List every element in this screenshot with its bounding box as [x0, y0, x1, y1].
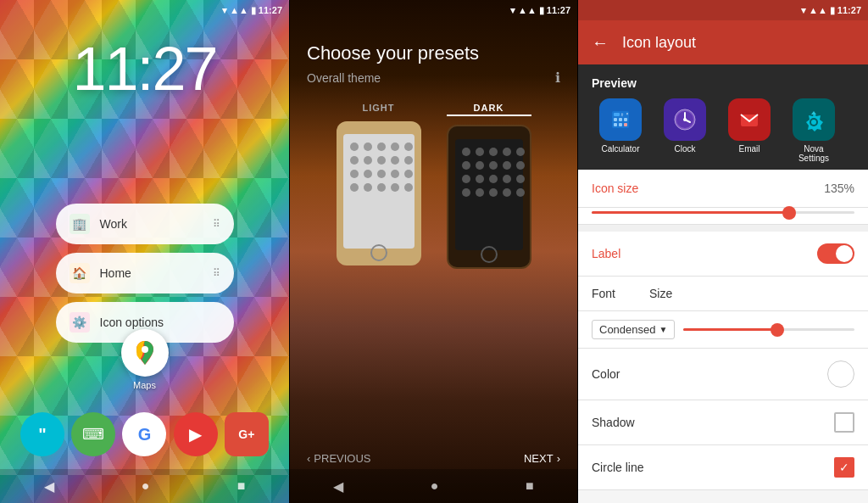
preview-label: Preview: [592, 76, 854, 90]
dot: [476, 161, 484, 170]
font-size-slider[interactable]: [683, 328, 854, 331]
p2-back-button[interactable]: ◀: [333, 478, 343, 495]
p2-status-icons: ▾ ▲▲ ▮ 11:27: [510, 5, 570, 16]
menu-item-work[interactable]: 🏢 Work ⠿: [56, 204, 234, 244]
light-theme-option[interactable]: LIGHT: [337, 103, 421, 269]
dot: [489, 188, 498, 197]
youtube-icon[interactable]: ▶: [174, 412, 218, 456]
p1-status-icons: ▾ ▲▲ ▮ 11:27: [222, 5, 282, 16]
home-button[interactable]: ●: [142, 478, 150, 494]
p2-home-button[interactable]: ●: [431, 478, 439, 494]
circle-line-checkbox[interactable]: ✓: [834, 457, 854, 478]
work-icon: 🏢: [70, 214, 90, 234]
font-size-row: Font Size: [578, 277, 868, 311]
home-icon: 🏠: [70, 263, 90, 283]
google-icon[interactable]: G: [122, 412, 166, 456]
next-button[interactable]: NEXT ›: [524, 452, 560, 465]
light-home-button: [370, 244, 387, 261]
svg-rect-9: [624, 123, 627, 126]
p3-status-bar: ▾ ▲▲ ▮ 11:27: [578, 0, 868, 20]
email-icon-bg: [728, 98, 771, 141]
presets-title: Choose your presets: [307, 42, 560, 64]
clock-svg: [671, 106, 698, 133]
dot: [377, 170, 386, 178]
font-size-thumb: [771, 323, 784, 337]
prev-chevron-icon: ‹: [307, 452, 310, 465]
svg-text:×: ×: [626, 111, 629, 116]
icon-size-value: 135%: [824, 182, 854, 195]
dark-theme-label: DARK: [447, 103, 531, 116]
dark-dots-grid: [455, 139, 523, 205]
divider1: [578, 225, 868, 232]
dot: [462, 175, 470, 183]
svg-rect-8: [619, 123, 622, 126]
label-setting: Label: [578, 232, 868, 277]
recents-button[interactable]: ■: [237, 478, 246, 494]
battery-icon: ▮: [251, 5, 256, 16]
keyboard-icon[interactable]: ⌨: [71, 412, 115, 456]
condensed-dropdown[interactable]: Condensed ▼: [592, 320, 675, 339]
label-setting-label: Label: [592, 247, 620, 260]
dark-theme-option[interactable]: DARK: [447, 103, 531, 269]
icon-size-label: Icon size: [592, 182, 638, 195]
light-dots-grid: [343, 134, 415, 200]
svg-point-17: [683, 118, 687, 121]
shadow-label: Shadow: [592, 416, 635, 429]
p3-time: 11:27: [837, 5, 861, 15]
dot: [350, 170, 359, 178]
dot: [404, 143, 413, 151]
p2-status-bar: ▾ ▲▲ ▮ 11:27: [290, 0, 577, 20]
p2-bottom-nav: ‹ PREVIOUS NEXT ›: [290, 452, 577, 465]
next-chevron-icon: ›: [557, 452, 560, 465]
dot: [350, 143, 359, 151]
icon-size-slider-fill: [592, 211, 789, 214]
back-button[interactable]: ◀: [44, 478, 54, 495]
grid-icon: ⠿: [213, 218, 220, 230]
dot: [476, 188, 484, 197]
dot: [516, 148, 525, 156]
icon-size-setting: Icon size 135%: [578, 170, 868, 208]
p2-recents-button[interactable]: ■: [526, 478, 534, 494]
light-phone-screen: [343, 134, 415, 249]
menu-item-home[interactable]: 🏠 Home ⠿: [56, 253, 234, 293]
hangouts-icon[interactable]: ": [20, 412, 64, 456]
svg-rect-3: [614, 113, 620, 116]
menu-work-label: Work: [100, 217, 203, 231]
dot: [391, 170, 399, 178]
dot: [377, 156, 386, 165]
dot: [404, 183, 413, 192]
panel3-icon-layout: ▾ ▲▲ ▮ 11:27 ← Icon layout Preview: [578, 0, 868, 503]
gplus-icon[interactable]: G+: [225, 412, 269, 456]
shadow-checkbox[interactable]: [834, 412, 854, 433]
wifi-icon: ▾: [222, 5, 227, 16]
dot: [503, 188, 511, 197]
font-size-label: Size: [649, 287, 672, 300]
light-phone-mockup: [337, 121, 421, 265]
dot: [350, 183, 359, 192]
p3-back-button[interactable]: ←: [592, 33, 609, 53]
icon-size-slider-row: [578, 208, 868, 225]
maps-icon-container[interactable]: Maps: [121, 329, 169, 390]
nova-settings-icon-preview: Nova Settings: [788, 98, 839, 163]
circle-line-label: Circle line: [592, 461, 643, 474]
condensed-slider-row: Condensed ▼: [578, 311, 868, 349]
dark-phone-mockup: [447, 125, 531, 269]
shadow-setting: Shadow: [578, 400, 868, 445]
icon-size-slider-track[interactable]: [592, 211, 854, 214]
dot: [404, 156, 413, 165]
font-size-fill: [683, 328, 777, 331]
email-icon-preview: Email: [724, 98, 775, 163]
color-picker-circle[interactable]: [827, 360, 854, 388]
condensed-dropdown-icon: ▼: [659, 325, 668, 334]
svg-point-1: [142, 346, 148, 353]
color-label: Color: [592, 367, 620, 381]
p3-app-bar: ← Icon layout: [578, 20, 868, 64]
dot: [377, 183, 386, 192]
context-menu: 🏢 Work ⠿ 🏠 Home ⠿ ⚙️ Icon options: [56, 204, 234, 343]
dot: [476, 148, 484, 156]
calculator-label: Calculator: [595, 144, 646, 154]
condensed-label: Condensed: [599, 323, 656, 336]
label-toggle[interactable]: [817, 243, 854, 264]
p3-signal-icon: ▲▲: [809, 5, 827, 15]
previous-button[interactable]: ‹ PREVIOUS: [307, 452, 371, 465]
